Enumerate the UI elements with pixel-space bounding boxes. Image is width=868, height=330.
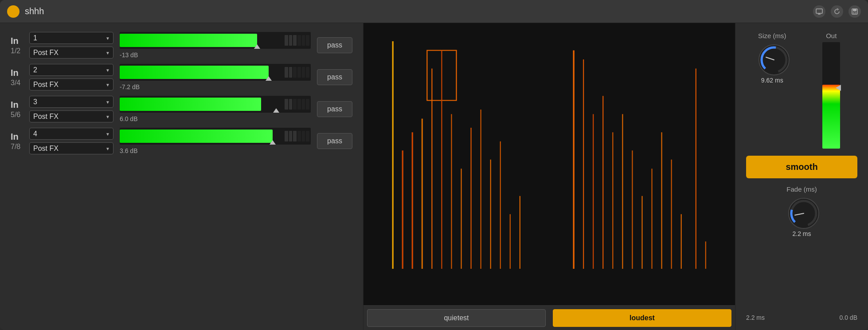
channel-row-2: In 3/4 213 Post FXPre FX [11,64,352,90]
routing-select-1[interactable]: Post FXPre FX [29,47,113,59]
ch-range-4: 7/8 [11,143,23,151]
meter-db-3: 6.0 dB [120,115,311,122]
viz-svg [364,23,735,305]
meter-grid-4 [283,130,311,143]
meter-db-1: -13 dB [120,51,311,59]
meter-bar-4 [120,128,311,145]
pass-button-1[interactable]: pass [317,37,352,53]
viz-area [364,23,735,305]
routing-select-wrapper-4[interactable]: Post FXPre FX [29,142,113,154]
left-panel: In 1/2 1234 Post FXPre FX [0,23,364,330]
fade-knob[interactable] [786,196,818,228]
meter-bar-2 [120,64,311,81]
channel-row-1: In 1/2 1234 Post FXPre FX [11,32,352,59]
right-panel: Size (ms) 9.62 ms [735,23,868,330]
channel-selects-4: 4123 Post FXPre FX [29,128,113,154]
channel-row-4: In 7/8 4123 Post FXPre FX [11,128,352,154]
channel-selects-2: 213 Post FXPre FX [29,64,113,90]
meter-db-4: 3.6 dB [120,147,311,154]
in-label-3: In [11,100,23,110]
monitor-icon[interactable] [813,5,825,18]
channel-number-select-wrapper-1[interactable]: 1234 [29,32,113,44]
out-section: Out [805,32,858,149]
meter-grid-3 [283,98,311,111]
out-meter-marker [836,85,841,91]
ch-range-2: 3/4 [11,79,23,87]
bottom-values: 2.2 ms 0.0 dB [746,314,857,321]
fade-knob-section: Fade (ms) 2.2 ms [746,185,857,237]
size-value: 9.62 ms [761,77,783,84]
size-label: Size (ms) [758,32,786,39]
channel-number-select-wrapper-2[interactable]: 213 [29,64,113,76]
channel-number-select-wrapper-4[interactable]: 4123 [29,128,113,140]
svg-rect-0 [816,9,822,13]
routing-select-2[interactable]: Post FXPre FX [29,79,113,90]
viz-bottom: quietest loudest [364,305,735,330]
channel-number-select-1[interactable]: 1234 [29,32,113,44]
channel-number-select-4[interactable]: 4123 [29,128,113,140]
meter-marker-3 [273,108,279,113]
window-title: shhh [25,6,813,16]
routing-select-wrapper-1[interactable]: Post FXPre FX [29,47,113,59]
routing-select-wrapper-2[interactable]: Post FXPre FX [29,79,113,90]
in-label-1: In [11,36,23,46]
size-knob-section: Size (ms) 9.62 ms [746,32,798,84]
channel-number-select-wrapper-3[interactable]: 312 [29,96,113,108]
main-window: shhh [0,0,868,330]
meter-section-3: 6.0 dB [120,96,311,122]
loudest-button[interactable]: loudest [553,309,731,327]
meter-marker-4 [270,140,276,145]
channel-number-select-3[interactable]: 312 [29,96,113,108]
fade-label: Fade (ms) [786,185,817,193]
size-knob[interactable] [756,42,788,74]
in-label-2: In [11,68,23,78]
main-content: In 1/2 1234 Post FXPre FX [0,23,868,330]
meter-section-2: -7.2 dB [120,64,311,90]
middle-panel: quietest loudest [364,23,735,330]
out-db-value: 0.0 dB [840,314,857,321]
meter-marker-2 [266,76,272,81]
titlebar-icons [813,5,861,18]
bottom-right-section: Fade (ms) 2.2 ms [746,185,857,237]
meter-fill-3 [120,98,261,111]
titlebar: shhh [0,0,868,23]
pass-button-4[interactable]: pass [317,133,352,149]
out-meter-container [822,42,840,149]
channel-label-group-2: In 3/4 [11,68,23,87]
smooth-button[interactable]: smooth [746,156,857,178]
meter-fill-1 [120,34,257,47]
routing-select-wrapper-3[interactable]: Post FXPre FX [29,110,113,122]
svg-rect-5 [853,12,856,14]
out-label: Out [826,32,837,39]
meter-fill-4 [120,130,273,143]
traffic-light[interactable] [7,5,20,18]
meter-bar-3 [120,96,311,113]
meter-marker-1 [254,44,260,49]
pass-button-2[interactable]: pass [317,69,352,85]
pass-button-3[interactable]: pass [317,101,352,117]
channel-row-3: In 5/6 312 Post FXPre FX [11,96,352,122]
meter-fill-2 [120,66,269,79]
quietest-button[interactable]: quietest [367,309,546,327]
in-label-4: In [11,132,23,142]
out-meter-fill [822,85,840,149]
save-icon[interactable] [848,5,861,18]
channel-selects-1: 1234 Post FXPre FX [29,32,113,59]
meter-db-2: -7.2 dB [120,83,311,90]
svg-rect-6 [364,23,735,305]
channel-number-select-2[interactable]: 213 [29,64,113,76]
ch-range-3: 5/6 [11,111,23,119]
refresh-icon[interactable] [831,5,843,18]
channel-label-group-1: In 1/2 [11,36,23,55]
channel-label-group-4: In 7/8 [11,132,23,151]
meter-bar-1 [120,32,311,49]
routing-select-4[interactable]: Post FXPre FX [29,142,113,154]
channel-label-group-3: In 5/6 [11,100,23,119]
routing-select-3[interactable]: Post FXPre FX [29,110,113,122]
svg-rect-4 [853,9,856,11]
meter-section-4: 3.6 dB [120,128,311,154]
fade-value: 2.2 ms [792,230,811,237]
fade-ms-value: 2.2 ms [746,314,765,321]
channel-selects-3: 312 Post FXPre FX [29,96,113,122]
meter-grid-1 [283,34,311,47]
